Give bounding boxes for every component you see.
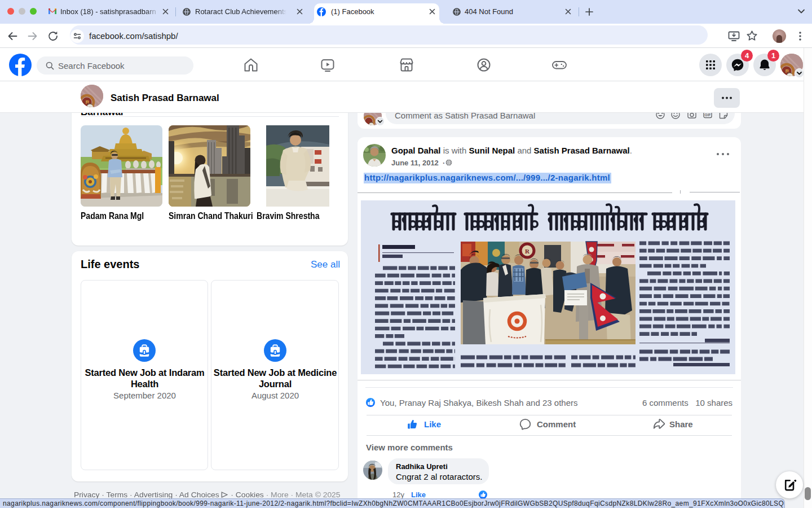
svg-text:R: R bbox=[525, 248, 530, 255]
svg-text:GIF: GIF bbox=[705, 113, 711, 117]
